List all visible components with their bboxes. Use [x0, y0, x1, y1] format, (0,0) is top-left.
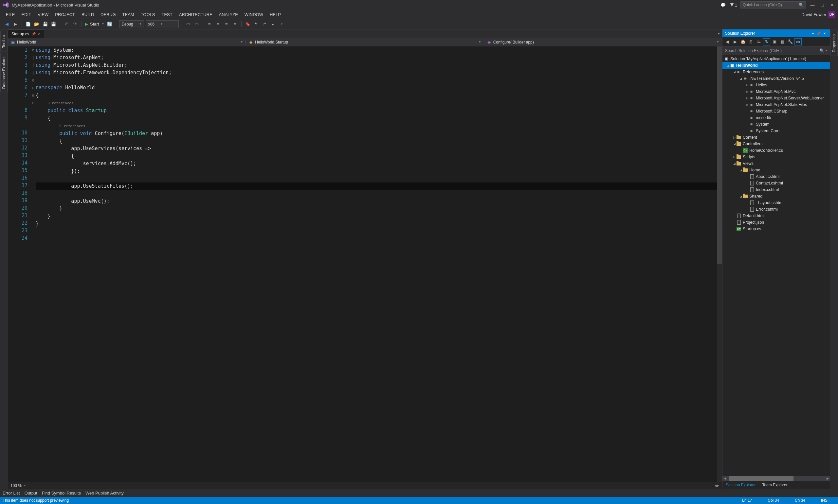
tb-bookmark[interactable]: 🔖: [244, 21, 251, 28]
tree-framework[interactable]: ◢■·.NETFramework,Version=v4.5: [722, 75, 830, 82]
menu-architecture[interactable]: ARCHITECTURE: [176, 12, 216, 17]
se-refresh-button[interactable]: ↻: [763, 38, 770, 46]
menu-debug[interactable]: DEBUG: [97, 12, 119, 17]
menu-file[interactable]: FILE: [3, 12, 18, 17]
start-debug-button[interactable]: ▶ Start ▼: [85, 22, 104, 26]
solution-explorer-search[interactable]: Search Solution Explorer (Ctrl+;) 🔍▼: [722, 47, 830, 55]
database-explorer-tab[interactable]: Database Explorer: [0, 53, 7, 92]
solution-explorer-hscroll[interactable]: ◀▶: [722, 476, 830, 481]
tree-ref-item[interactable]: ■·System.Core: [722, 128, 830, 134]
menu-test[interactable]: TEST: [158, 12, 176, 17]
pin-icon[interactable]: 📌: [32, 32, 36, 36]
se-preview-button[interactable]: ▭: [795, 38, 802, 46]
se-back-button[interactable]: ◀: [724, 38, 731, 46]
tree-ref-item[interactable]: ■·Microsoft.CSharp: [722, 108, 830, 114]
tree-references[interactable]: ◢■·References: [722, 69, 830, 75]
menu-view[interactable]: VIEW: [34, 12, 52, 17]
tree-ref-item[interactable]: ▷■·Microsoft.AspNet.StaticFiles: [722, 102, 830, 108]
tb-bm-clear[interactable]: ↲: [270, 21, 277, 28]
tree-folder-views[interactable]: ◢Views: [722, 160, 830, 167]
feedback-icon[interactable]: 💬: [720, 2, 727, 8]
tree-ref-item[interactable]: ▷■·Microsoft.AspNet.Mvc: [722, 88, 830, 95]
code-editor[interactable]: 1234567 89 10111213141516171819202122232…: [8, 47, 722, 482]
browser-link-button[interactable]: 🔄: [106, 21, 113, 28]
menu-help[interactable]: HELP: [266, 12, 284, 17]
properties-tab[interactable]: Properties: [831, 31, 838, 56]
tree-folder-controllers[interactable]: ◢Controllers: [722, 141, 830, 147]
editor-vscroll[interactable]: [717, 47, 722, 482]
maximize-button[interactable]: ◻: [819, 2, 825, 8]
tb-indent-2[interactable]: ≡: [214, 21, 222, 28]
panel-pin-icon[interactable]: 📌: [816, 32, 822, 35]
tree-ref-item[interactable]: ▷■·Helios: [722, 82, 830, 88]
se-collapse-button[interactable]: ▣: [771, 38, 778, 46]
fold-gutter[interactable]: ⊟│││⊟ ⊟ ⊟⊟: [31, 47, 36, 482]
se-sync-button[interactable]: ⇆: [755, 38, 762, 46]
tb-indent-3[interactable]: ≡: [223, 21, 230, 28]
zoom-caret-icon[interactable]: ▼: [23, 484, 26, 487]
tree-project[interactable]: ◢▣HelloWorld: [722, 62, 830, 69]
redo-button[interactable]: ↷: [71, 21, 78, 28]
se-home-button[interactable]: 🏠: [739, 38, 747, 46]
user-badge[interactable]: DF: [828, 11, 835, 18]
tb-bm-prev[interactable]: ↰: [253, 21, 260, 28]
breadcrumb-project[interactable]: ▣ HelloWorld▼: [8, 40, 246, 44]
tab-output[interactable]: Output: [24, 491, 37, 496]
menu-build[interactable]: BUILD: [78, 12, 97, 17]
toolbar-overflow[interactable]: ▾: [278, 21, 285, 28]
menu-tools[interactable]: TOOLS: [138, 12, 158, 17]
menu-team[interactable]: TEAM: [119, 12, 138, 17]
tree-file[interactable]: Error.cshtml: [722, 206, 830, 213]
breadcrumb-class[interactable]: ◆ HelloWorld.Startup▼: [246, 40, 484, 44]
se-showall-button[interactable]: ▦: [779, 38, 786, 46]
tree-file-default[interactable]: Default.html: [722, 213, 830, 219]
tree-ref-item[interactable]: ■·mscorlib: [722, 114, 830, 121]
panel-menu-icon[interactable]: ▾: [810, 32, 816, 35]
close-button[interactable]: ✕: [829, 2, 835, 8]
tree-ref-item[interactable]: ▷■·Microsoft.AspNet.Server.WebListener: [722, 95, 830, 102]
tree-file-homecontroller[interactable]: C#HomeController.cs: [722, 147, 830, 154]
tree-file[interactable]: Contact.cshtml: [722, 180, 830, 186]
tree-file-projectjson[interactable]: Project.json: [722, 219, 830, 226]
tab-find-symbol[interactable]: Find Symbol Results: [42, 491, 81, 496]
solution-explorer-header[interactable]: Solution Explorer ▾ 📌 ✕: [722, 30, 830, 37]
tb-misc-2[interactable]: ▭: [193, 21, 200, 28]
tree-folder-shared[interactable]: ◢Shared: [722, 193, 830, 199]
tb-misc-1[interactable]: ▭: [185, 21, 192, 28]
undo-button[interactable]: ↶: [63, 21, 70, 28]
tb-bm-next[interactable]: ↱: [261, 21, 268, 28]
zoom-level[interactable]: 100 %: [11, 483, 22, 488]
save-all-button[interactable]: 💾: [50, 21, 57, 28]
menu-window[interactable]: WINDOW: [241, 12, 266, 17]
tb-indent-1[interactable]: ≡: [206, 21, 213, 28]
solution-tree[interactable]: ▣Solution 'MyAspNetApplication' (1 proje…: [722, 55, 830, 476]
save-button[interactable]: 💾: [41, 21, 49, 28]
tab-web-publish[interactable]: Web Publish Activity: [85, 491, 124, 496]
tab-solution-explorer[interactable]: Solution Explorer: [722, 481, 759, 489]
panel-close-icon[interactable]: ✕: [822, 32, 827, 35]
notifications-button[interactable]: 1: [730, 3, 737, 7]
quick-launch-input[interactable]: Quick Launch (Ctrl+Q) 🔍: [740, 1, 806, 8]
nav-fwd-button[interactable]: ▶: [12, 21, 19, 28]
nav-back-button[interactable]: ◀: [3, 21, 11, 28]
editor-vscroll-thumb[interactable]: [717, 47, 722, 264]
tree-solution[interactable]: ▣Solution 'MyAspNetApplication' (1 proje…: [722, 56, 830, 62]
open-button[interactable]: 📂: [33, 21, 40, 28]
new-project-button[interactable]: 📄: [24, 21, 32, 28]
platform-dropdown[interactable]: x86▼: [146, 20, 179, 28]
breadcrumb-method[interactable]: ◉ Configure(IBuilder app)▼: [484, 40, 722, 44]
user-name[interactable]: David Fowler: [801, 12, 826, 17]
tree-folder-home[interactable]: ◢Home: [722, 167, 830, 173]
tree-folder-content[interactable]: ▷Content: [722, 134, 830, 141]
menu-project[interactable]: PROJECT: [52, 12, 78, 17]
se-properties-button[interactable]: 🔧: [787, 38, 794, 46]
code-content[interactable]: using System; using Microsoft.AspNet; us…: [36, 47, 722, 482]
tree-file[interactable]: _Layout.cshtml: [722, 199, 830, 206]
hscroll-right-icon[interactable]: ▶: [717, 484, 719, 487]
hscroll-left-icon[interactable]: ◀: [714, 484, 717, 487]
tb-comment[interactable]: ≡: [231, 21, 239, 28]
menu-analyze[interactable]: ANALYZE: [216, 12, 241, 17]
se-scoped-button[interactable]: ⎘: [747, 38, 754, 46]
minimize-button[interactable]: —: [809, 2, 816, 8]
tab-error-list[interactable]: Error List: [3, 491, 20, 496]
